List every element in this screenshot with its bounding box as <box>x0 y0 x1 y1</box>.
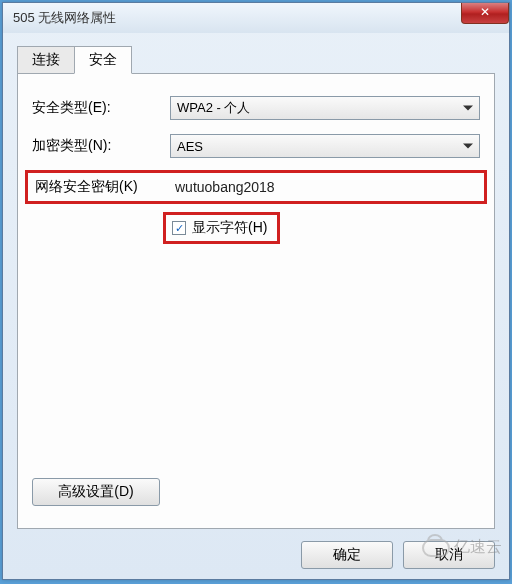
watermark-text: 亿速云 <box>454 537 502 558</box>
encryption-type-combo[interactable]: AES <box>170 134 480 158</box>
chevron-down-icon <box>463 106 473 111</box>
row-security-type: 安全类型(E): WPA2 - 个人 <box>32 94 480 122</box>
security-key-label: 网络安全密钥(K) <box>32 178 173 196</box>
ok-button[interactable]: 确定 <box>301 541 393 569</box>
advanced-settings-button[interactable]: 高级设置(D) <box>32 478 160 506</box>
tab-strip: 连接 安全 <box>17 47 495 73</box>
tab-panel-security: 安全类型(E): WPA2 - 个人 加密类型(N): AES 网络安全密钥(K… <box>17 73 495 529</box>
close-icon: ✕ <box>480 5 490 19</box>
show-characters-label: 显示字符(H) <box>192 219 267 237</box>
cloud-icon <box>422 539 450 557</box>
tab-connect[interactable]: 连接 <box>17 46 75 74</box>
window-title: 505 无线网络属性 <box>13 9 116 27</box>
security-key-highlight: 网络安全密钥(K) wutuobang2018 <box>25 170 487 204</box>
security-type-value: WPA2 - 个人 <box>177 99 250 117</box>
show-characters-checkbox[interactable]: ✓ <box>172 221 186 235</box>
watermark: 亿速云 <box>422 537 502 558</box>
show-characters-highlight: ✓ 显示字符(H) <box>163 212 280 244</box>
chevron-down-icon <box>463 144 473 149</box>
security-type-label: 安全类型(E): <box>32 99 170 117</box>
security-type-combo[interactable]: WPA2 - 个人 <box>170 96 480 120</box>
checkmark-icon: ✓ <box>175 222 184 235</box>
encryption-type-value: AES <box>177 139 203 154</box>
dialog-window: 505 无线网络属性 ✕ 连接 安全 安全类型(E): WPA2 - 个人 加密… <box>2 2 510 580</box>
titlebar[interactable]: 505 无线网络属性 ✕ <box>3 3 509 33</box>
encryption-type-label: 加密类型(N): <box>32 137 170 155</box>
security-key-value[interactable]: wutuobang2018 <box>173 179 275 195</box>
close-button[interactable]: ✕ <box>461 3 509 24</box>
row-encryption-type: 加密类型(N): AES <box>32 132 480 160</box>
tab-container: 连接 安全 安全类型(E): WPA2 - 个人 加密类型(N): AES 网络… <box>17 47 495 529</box>
tab-security[interactable]: 安全 <box>74 46 132 74</box>
